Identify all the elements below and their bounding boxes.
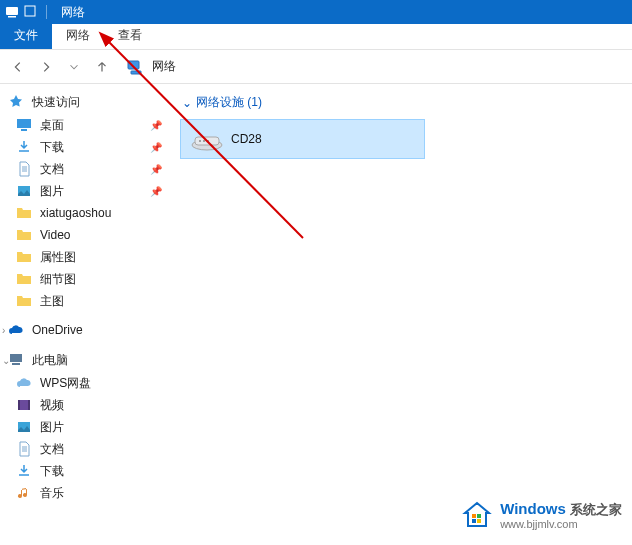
app-icon: [4, 4, 20, 20]
sidebar-item-downloads[interactable]: 下载: [2, 460, 168, 482]
cloud-icon: [16, 375, 32, 391]
window-title: 网络: [61, 4, 85, 21]
ribbon-tabs: 文件 网络 查看: [0, 24, 632, 50]
section-title: 网络设施 (1): [196, 94, 262, 111]
sidebar-item-folder[interactable]: 属性图: [2, 246, 168, 268]
pin-icon: 📌: [150, 120, 162, 131]
svg-rect-9: [12, 363, 20, 365]
sidebar-item-folder[interactable]: xiatugaoshou: [2, 202, 168, 224]
sidebar-item-label: 图片: [40, 183, 64, 200]
pictures-icon: [16, 419, 32, 435]
sidebar-item-documents[interactable]: 文档: [2, 438, 168, 460]
svg-rect-0: [6, 7, 18, 15]
this-pc-label: 此电脑: [32, 352, 68, 369]
sidebar-item-label: 属性图: [40, 249, 76, 266]
sidebar-item-label: 细节图: [40, 271, 76, 288]
pin-icon: 📌: [150, 164, 162, 175]
this-pc-header[interactable]: ⌄ 此电脑: [2, 348, 168, 372]
chevron-down-icon: ⌄: [2, 355, 12, 366]
pin-icon: 📌: [150, 142, 162, 153]
folder-icon: [16, 293, 32, 309]
separator: [46, 5, 47, 19]
quick-access-label: 快速访问: [32, 94, 80, 111]
document-icon: [16, 161, 32, 177]
pictures-icon: [16, 183, 32, 199]
content-area: ⌄ 网络设施 (1) CD28: [170, 84, 632, 545]
svg-rect-11: [18, 400, 20, 410]
sidebar-item-label: Video: [40, 228, 70, 242]
sidebar: 快速访问 桌面 📌 下载 📌 文档 📌 图片 📌: [0, 84, 170, 545]
folder-icon: [16, 249, 32, 265]
download-icon: [16, 463, 32, 479]
sidebar-item-desktop[interactable]: 桌面 📌: [2, 114, 168, 136]
folder-icon: [16, 205, 32, 221]
sidebar-item-music[interactable]: 音乐: [2, 482, 168, 504]
breadcrumb: 网络: [152, 58, 176, 75]
recent-dropdown[interactable]: [62, 55, 86, 79]
sidebar-item-label: 图片: [40, 419, 64, 436]
sidebar-item-label: 视频: [40, 397, 64, 414]
folder-icon: [16, 271, 32, 287]
onedrive-label: OneDrive: [32, 323, 83, 337]
document-icon: [16, 441, 32, 457]
title-bar: 网络: [0, 0, 632, 24]
svg-rect-1: [8, 16, 16, 18]
tab-network[interactable]: 网络: [52, 23, 104, 49]
svg-rect-20: [477, 514, 481, 518]
forward-button[interactable]: [34, 55, 58, 79]
svg-rect-6: [21, 129, 27, 131]
svg-rect-21: [472, 519, 476, 523]
svg-rect-2: [25, 6, 35, 16]
svg-point-16: [199, 140, 201, 142]
watermark-logo-icon: [462, 500, 492, 530]
sidebar-item-documents[interactable]: 文档 📌: [2, 158, 168, 180]
watermark-sub: 系统之家: [570, 502, 622, 517]
section-header[interactable]: ⌄ 网络设施 (1): [176, 90, 626, 115]
body: 快速访问 桌面 📌 下载 📌 文档 📌 图片 📌: [0, 84, 632, 545]
back-button[interactable]: [6, 55, 30, 79]
pin-icon: 📌: [150, 186, 162, 197]
sidebar-item-folder[interactable]: 细节图: [2, 268, 168, 290]
svg-point-18: [207, 140, 209, 142]
sidebar-item-label: xiatugaoshou: [40, 206, 111, 220]
sidebar-item-pictures[interactable]: 图片 📌: [2, 180, 168, 202]
sidebar-item-folder[interactable]: 主图: [2, 290, 168, 312]
device-name: CD28: [231, 132, 262, 146]
sidebar-item-label: WPS网盘: [40, 375, 91, 392]
dropdown-icon[interactable]: [22, 4, 38, 20]
videos-icon: [16, 397, 32, 413]
svg-rect-3: [128, 61, 139, 69]
network-device[interactable]: CD28: [180, 119, 425, 159]
sidebar-item-label: 桌面: [40, 117, 64, 134]
router-icon: [189, 127, 225, 151]
svg-point-17: [203, 140, 205, 142]
desktop-icon: [16, 117, 32, 133]
watermark-url: www.bjjmlv.com: [500, 518, 622, 531]
onedrive-header[interactable]: › OneDrive: [2, 318, 168, 342]
tab-view[interactable]: 查看: [104, 23, 156, 49]
music-icon: [16, 485, 32, 501]
sidebar-item-downloads[interactable]: 下载 📌: [2, 136, 168, 158]
sidebar-item-label: 下载: [40, 139, 64, 156]
sidebar-item-folder[interactable]: Video: [2, 224, 168, 246]
download-icon: [16, 139, 32, 155]
sidebar-item-videos[interactable]: 视频: [2, 394, 168, 416]
watermark-brand: Windows: [500, 500, 566, 517]
address-bar[interactable]: 网络: [126, 58, 176, 76]
navigation-bar: 网络: [0, 50, 632, 84]
folder-icon: [16, 227, 32, 243]
sidebar-item-label: 主图: [40, 293, 64, 310]
sidebar-item-label: 文档: [40, 441, 64, 458]
svg-rect-12: [28, 400, 30, 410]
svg-rect-22: [477, 519, 481, 523]
chevron-right-icon: ›: [2, 325, 12, 336]
up-button[interactable]: [90, 55, 114, 79]
sidebar-item-pictures[interactable]: 图片: [2, 416, 168, 438]
svg-rect-4: [131, 71, 141, 74]
sidebar-item-label: 下载: [40, 463, 64, 480]
sidebar-item-label: 文档: [40, 161, 64, 178]
sidebar-item-wps[interactable]: WPS网盘: [2, 372, 168, 394]
svg-rect-5: [17, 119, 31, 128]
quick-access-header[interactable]: 快速访问: [2, 90, 168, 114]
file-tab[interactable]: 文件: [0, 23, 52, 49]
